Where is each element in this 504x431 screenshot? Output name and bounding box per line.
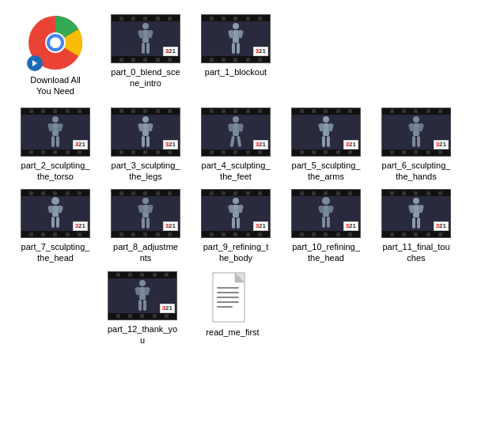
svg-rect-10 (146, 43, 150, 54)
film-strip-top-0 (112, 15, 180, 21)
svg-rect-81 (138, 300, 142, 311)
svg-rect-75 (412, 217, 415, 229)
svg-point-35 (323, 116, 329, 123)
svg-rect-70 (327, 217, 330, 228)
text-file-icon (211, 271, 254, 323)
svg-rect-34 (237, 135, 241, 146)
video-label-0: part_0_blend_sce ne_intro (109, 66, 181, 90)
svg-point-47 (51, 197, 59, 205)
film-strip-bottom-1 (202, 56, 270, 62)
svg-point-11 (233, 23, 239, 29)
video-label-12: part_12_thank_yo u (106, 323, 179, 347)
video-label-11: part_11_final_tou ches (381, 240, 451, 265)
svg-rect-15 (232, 43, 235, 54)
svg-point-65 (322, 197, 330, 205)
svg-rect-16 (237, 43, 240, 54)
video-item-8[interactable]: 321 part_8_adjustme nts (106, 189, 185, 265)
video-item-11[interactable]: 321 part_11_final_tou ches (377, 189, 456, 265)
svg-point-23 (142, 116, 149, 123)
video-item-9[interactable]: 321 part_9_refining_t he_body (196, 189, 275, 265)
badge-1: 321 (253, 47, 268, 56)
video-item-4[interactable]: 321 part_4_sculpting_ the_feet (196, 108, 275, 183)
video-label-2: part_2_sculpting_ the_torso (20, 159, 92, 183)
svg-rect-63 (232, 217, 235, 229)
video-item-6[interactable]: 321 part_6_sculpting_ the_hands (377, 108, 456, 183)
video-label-6: part_6_sculpting_ the_hands (381, 159, 453, 183)
svg-rect-27 (142, 136, 145, 147)
svg-rect-22 (56, 136, 59, 147)
svg-rect-86 (217, 287, 239, 289)
svg-rect-69 (322, 217, 325, 228)
svg-rect-46 (417, 136, 420, 147)
film-strip-top-1 (202, 15, 270, 21)
svg-rect-28 (146, 136, 150, 147)
svg-rect-51 (51, 217, 55, 228)
chrome-icon-item[interactable]: Download All You Need (16, 14, 95, 98)
badge-0: 321 (163, 47, 178, 56)
video-item-7[interactable]: 321 part_7_sculpting_ the_head (16, 189, 95, 265)
video-label-5: part_5_sculpting_ the_arms (290, 159, 362, 183)
svg-rect-33 (230, 135, 235, 146)
video-item-12[interactable]: 321 part_12_thank_yo u (103, 271, 182, 347)
readme-item[interactable]: read_me_first (193, 271, 272, 338)
svg-rect-45 (412, 136, 415, 147)
chrome-label: Download All You Need (28, 74, 82, 98)
video-item-1[interactable]: 321 part_1_blockout (196, 14, 275, 78)
svg-point-59 (233, 198, 239, 204)
desktop: Download All You Need (0, 0, 504, 431)
svg-point-17 (52, 116, 59, 123)
svg-rect-76 (417, 217, 420, 229)
svg-rect-39 (322, 136, 325, 147)
video-item-2[interactable]: 321 part_2_sculpting_ the_torso (16, 108, 95, 183)
film-strip-bottom-0 (112, 56, 180, 62)
video-item-3[interactable]: 321 part_3_sculpting_ the_legs (106, 108, 185, 183)
chrome-icon (27, 14, 84, 71)
svg-rect-52 (56, 217, 59, 228)
svg-point-71 (413, 198, 419, 204)
video-thumb-1: 321 (201, 14, 271, 63)
video-item-10[interactable]: 321 part_10_refining_ the_head (286, 189, 366, 265)
svg-point-5 (142, 23, 149, 29)
svg-rect-9 (142, 43, 145, 54)
svg-rect-40 (327, 136, 330, 147)
video-label-1: part_1_blockout (203, 66, 268, 78)
svg-rect-58 (146, 217, 150, 229)
svg-point-3 (50, 37, 61, 48)
svg-rect-57 (142, 217, 145, 229)
svg-rect-88 (217, 297, 239, 298)
svg-rect-21 (51, 136, 55, 147)
readme-label: read_me_first (204, 326, 260, 338)
svg-point-29 (233, 116, 239, 123)
svg-rect-64 (237, 217, 240, 229)
video-label-9: part_9_refining_t he_body (202, 240, 271, 265)
video-label-4: part_4_sculpting_ the_feet (200, 159, 272, 183)
video-label-8: part_8_adjustme nts (112, 240, 180, 265)
svg-point-53 (142, 198, 149, 204)
video-label-7: part_7_sculpting_ the_head (20, 240, 92, 265)
svg-rect-82 (143, 300, 146, 311)
video-label-3: part_3_sculpting_ the_legs (110, 159, 182, 183)
video-item-5[interactable]: 321 part_5_sculpting_ the_arms (286, 108, 366, 183)
svg-point-41 (413, 116, 419, 123)
video-item-0[interactable]: 321 part_0_blend_sce ne_intro (106, 14, 185, 90)
svg-rect-87 (217, 292, 239, 293)
video-label-10: part_10_refining_ the_head (290, 240, 362, 265)
svg-rect-89 (217, 301, 239, 303)
video-thumb-0: 321 (111, 14, 180, 63)
svg-rect-90 (217, 306, 233, 308)
svg-marker-4 (32, 60, 37, 66)
svg-point-77 (139, 280, 146, 286)
